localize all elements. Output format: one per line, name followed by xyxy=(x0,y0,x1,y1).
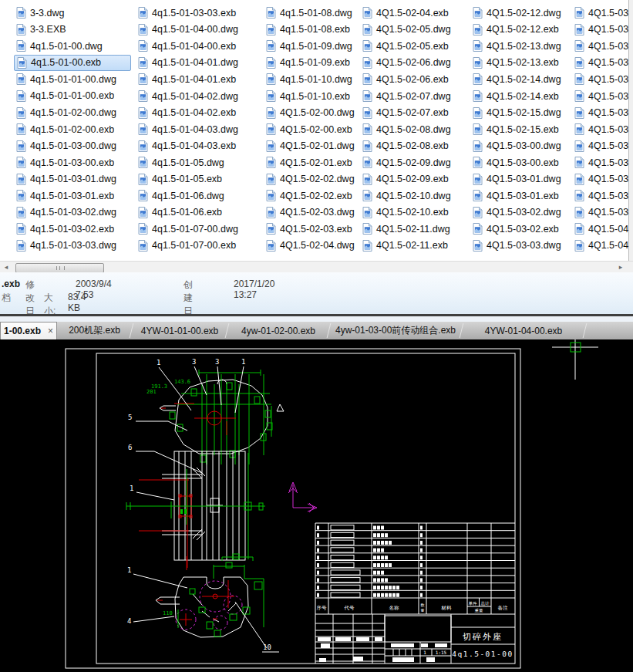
file-item[interactable]: 4Q1.5-03-09.exb xyxy=(572,204,628,221)
file-item[interactable]: 4q1.5-01-06.exb xyxy=(136,204,259,221)
file-item[interactable]: 4Q1.5-02-10.dwg xyxy=(360,187,466,204)
file-item[interactable]: 4Q1.5-03-06.exb xyxy=(572,104,628,121)
file-item[interactable]: 4Q1.5-02-15.dwg xyxy=(470,104,567,121)
scroll-right-button[interactable]: ▸ xyxy=(614,262,627,272)
file-item[interactable]: 3-3.dwg xyxy=(14,5,131,22)
file-item[interactable]: 4Q1.5-02-06.dwg xyxy=(360,55,466,72)
file-item[interactable]: 4q1.5-01-03-01.exb xyxy=(14,187,131,204)
document-tab-bar[interactable]: 1-00.exb×200机架.exb4YW-01-01-00.exb4yw-01… xyxy=(0,322,633,339)
file-item[interactable]: 4q1.5-01-10.exb xyxy=(264,88,355,105)
h-scrollbar[interactable]: ◂ ▸ xyxy=(0,261,633,273)
file-item[interactable]: 4Q1.5-03-00.exb xyxy=(470,154,567,171)
file-item[interactable]: 4Q1.5-02-13.dwg xyxy=(470,38,567,55)
file-item[interactable]: 4Q1.5-02-14.dwg xyxy=(470,71,567,88)
tab-4YW-01-01-00.exb[interactable]: 4YW-01-01-00.exb xyxy=(132,322,227,339)
file-item[interactable]: 4Q1.5-02-06.exb xyxy=(360,71,466,88)
file-item[interactable]: 4q1.5-01-04-03.dwg xyxy=(136,121,259,138)
file-item[interactable]: 4Q1.5-03-07.exb xyxy=(572,137,628,154)
file-item[interactable]: 4Q1.5-02-10.exb xyxy=(360,204,466,221)
file-item[interactable]: 4Q1.5-03-03.dwg xyxy=(470,238,567,255)
file-item[interactable]: 4Q1.5-02-01.dwg xyxy=(264,137,355,154)
file-item[interactable]: 4Q1.5-03-09.dwg xyxy=(572,187,628,204)
file-item[interactable]: 4q1.5-01-04-00.dwg xyxy=(136,22,259,39)
file-item[interactable]: 4q1.5-01-04-01.dwg xyxy=(136,55,259,72)
file-item[interactable]: 4Q1.5-02-03.dwg xyxy=(264,204,355,221)
file-item[interactable]: 4q1.5-01-03-02.exb xyxy=(14,221,131,238)
file-item[interactable]: 4Q1.5-03-04.exb xyxy=(572,38,628,55)
file-item[interactable]: 4Q1.5-02-11.exb xyxy=(360,238,466,255)
file-item[interactable]: 4Q1.5-02-09.dwg xyxy=(360,154,466,171)
file-item[interactable]: 4q1.5-01-03-00.dwg xyxy=(14,137,131,154)
file-item[interactable]: 4Q1.5-03-08.exb xyxy=(572,171,628,187)
file-item[interactable]: 4Q1.5-03-00.dwg xyxy=(470,137,567,154)
file-item[interactable]: 4q1.5-01-03-03.dwg xyxy=(14,238,131,255)
file-item[interactable]: 4Q1.5-02-02.dwg xyxy=(264,171,355,187)
file-item[interactable]: 4q1.5-01-04-03.exb xyxy=(136,137,259,154)
file-item[interactable]: 4Q1.5-02-12.dwg xyxy=(470,5,567,22)
file-item[interactable]: 4q1.5-01-03-03.exb xyxy=(136,5,259,22)
file-item[interactable]: 4Q1.5-02-12.exb xyxy=(470,22,567,39)
file-item[interactable]: 4Q1.5-03-03.exb xyxy=(572,5,628,22)
file-item[interactable]: 4q1.5-01-09.dwg xyxy=(264,38,355,55)
file-item[interactable]: 4q1.5-01-01-00.dwg xyxy=(14,71,131,88)
file-item[interactable]: 4q1.5-01-08.exb xyxy=(264,22,355,39)
tab-4YW-01-04-00.exb[interactable]: 4YW-01-04-00.exb xyxy=(462,322,585,339)
file-item[interactable]: 4q1.5-01-02-00.dwg xyxy=(14,104,131,121)
file-item[interactable]: 4Q1.5-03-05.exb xyxy=(572,71,628,88)
file-item[interactable]: 4Q1.5-03-08.dwg xyxy=(572,154,628,171)
file-item[interactable]: 4Q1.5-03-07.dwg xyxy=(572,121,628,138)
file-item[interactable]: 4Q1.5-02-13.exb xyxy=(470,55,567,72)
file-item[interactable]: 4q1.5-01-08.dwg xyxy=(264,5,355,22)
file-item[interactable]: 4Q1.5-03-02.dwg xyxy=(470,204,567,221)
file-item[interactable]: 4q1.5-01-03-00.exb xyxy=(14,154,131,171)
file-item[interactable]: 4Q1.5-02-11.dwg xyxy=(360,221,466,238)
file-item[interactable]: 4Q1.5-04-00.exb xyxy=(572,238,628,255)
file-item[interactable]: 4Q1.5-02-01.exb xyxy=(264,154,355,171)
file-item[interactable]: 4Q1.5-02-08.dwg xyxy=(360,121,466,138)
file-item[interactable]: 4Q1.5-02-14.exb xyxy=(470,88,567,105)
file-item[interactable]: 4Q1.5-02-09.exb xyxy=(360,171,466,187)
file-item[interactable]: 4q1.5-01-02-00.exb xyxy=(14,121,131,138)
tab-4yw-01-02-00.exb[interactable]: 4yw-01-02-00.exb xyxy=(227,322,329,339)
file-item[interactable]: 4Q1.5-02-07.exb xyxy=(360,104,466,121)
file-item[interactable]: 4q1.5-01-03-01.dwg xyxy=(14,171,131,187)
file-item[interactable]: 4q1.5-01-07-00.exb xyxy=(136,238,259,255)
file-item[interactable]: 4q1.5-01-04-02.exb xyxy=(136,104,259,121)
file-item[interactable]: 4q1.5-01-04-00.exb xyxy=(136,38,259,55)
file-list[interactable]: 3-3.dwg3-3.EXB4q1.5-01-00.dwg4q1.5-01-00… xyxy=(0,0,633,261)
file-item[interactable]: 4q1.5-01-01-00.exb xyxy=(14,88,131,105)
file-item[interactable]: 4Q1.5-03-01.dwg xyxy=(470,171,567,187)
cad-canvas[interactable]: 143.6 191.3 201 1 3 3 1 5 6 xyxy=(0,339,633,672)
file-item[interactable]: 4q1.5-01-00.dwg xyxy=(14,38,131,55)
file-item[interactable]: 4q1.5-01-04-01.exb xyxy=(136,71,259,88)
file-item[interactable]: 4Q1.5-02-04.dwg xyxy=(264,238,355,255)
file-item[interactable]: 4q1.5-01-00.exb xyxy=(14,55,131,72)
file-item[interactable]: 4Q1.5-02-03.exb xyxy=(264,221,355,238)
file-item[interactable]: 4Q1.5-02-15.exb xyxy=(470,121,567,138)
file-item[interactable]: 4Q1.5-02-00.exb xyxy=(264,121,355,138)
file-item[interactable]: 4q1.5-01-04-02.dwg xyxy=(136,88,259,105)
scroll-left-button[interactable]: ◂ xyxy=(0,262,12,272)
file-item[interactable]: 4Q1.5-03-04.dwg xyxy=(572,22,628,39)
file-item[interactable]: 4q1.5-01-03-02.dwg xyxy=(14,204,131,221)
file-item[interactable]: 4q1.5-01-10.dwg xyxy=(264,71,355,88)
file-item[interactable]: 4q1.5-01-05.dwg xyxy=(136,154,259,171)
file-item[interactable]: 4Q1.5-03-01.exb xyxy=(470,187,567,204)
file-item[interactable]: 4Q1.5-02-05.exb xyxy=(360,38,466,55)
tab-1-00.exb[interactable]: 1-00.exb× xyxy=(0,322,57,339)
file-item[interactable]: 4Q1.5-03-05.dwg xyxy=(572,55,628,72)
file-item[interactable]: 4q1.5-01-05.exb xyxy=(136,171,259,187)
tab-close-icon[interactable]: × xyxy=(48,326,53,336)
file-item[interactable]: 4Q1.5-02-04.exb xyxy=(360,5,466,22)
file-item[interactable]: 4Q1.5-02-00.dwg xyxy=(264,104,355,121)
file-item[interactable]: 4q1.5-01-07-00.dwg xyxy=(136,221,259,238)
file-item[interactable]: 4Q1.5-03-02.exb xyxy=(470,221,567,238)
file-item[interactable]: 4Q1.5-02-02.exb xyxy=(264,187,355,204)
file-item[interactable]: 4Q1.5-02-05.dwg xyxy=(360,22,466,39)
file-item[interactable]: 4Q1.5-04-00.dwg xyxy=(572,221,628,238)
file-item[interactable]: 4Q1.5-02-07.dwg xyxy=(360,88,466,105)
tab-200机架.exb[interactable]: 200机架.exb xyxy=(57,322,132,339)
file-item[interactable]: 3-3.EXB xyxy=(14,22,131,39)
file-item[interactable]: 4q1.5-01-09.exb xyxy=(264,55,355,72)
tab-4yw-01-03-00前传动组合.exb[interactable]: 4yw-01-03-00前传动组合.exb xyxy=(329,322,462,339)
